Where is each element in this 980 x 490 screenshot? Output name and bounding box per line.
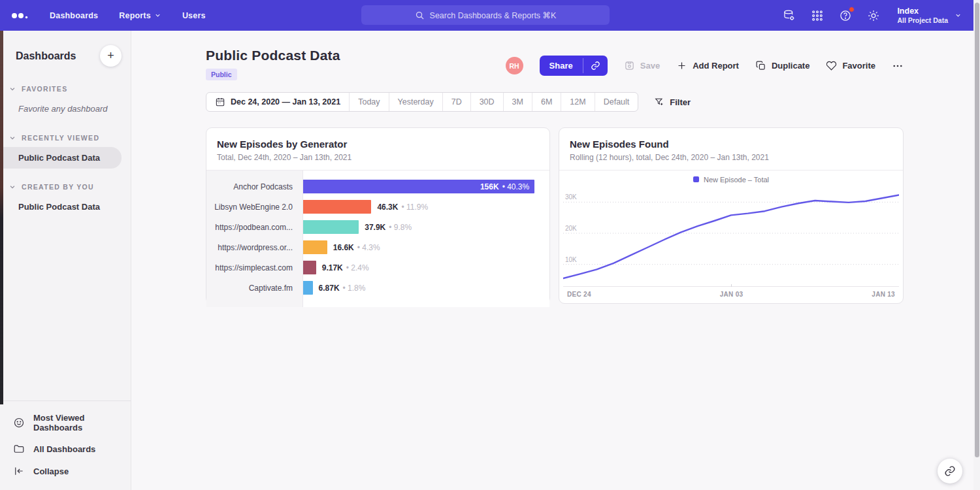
preset-yesterday[interactable]: Yesterday bbox=[389, 93, 443, 111]
sidebar-item[interactable]: Public Podcast Data bbox=[0, 196, 131, 218]
duplicate-button[interactable]: Duplicate bbox=[755, 60, 810, 71]
bar-track: 156K• 40.3% bbox=[302, 180, 544, 193]
preset-today[interactable]: Today bbox=[350, 93, 389, 111]
nav-item-dashboards[interactable]: Dashboards bbox=[42, 6, 106, 25]
bar[interactable] bbox=[302, 261, 316, 274]
preset-6m[interactable]: 6M bbox=[532, 93, 561, 111]
sidebar-item[interactable]: Favorite any dashboard bbox=[0, 98, 131, 120]
scrollbar-thumb[interactable] bbox=[975, 3, 979, 457]
preset-3m[interactable]: 3M bbox=[504, 93, 532, 111]
bar-value-label: 6.87K• 1.8% bbox=[319, 281, 366, 295]
visibility-badge: Public bbox=[206, 69, 237, 80]
bar-chart: Anchor Podcasts156K• 40.3%Libsyn WebEngi… bbox=[206, 171, 549, 307]
bar-row: Libsyn WebEngine 2.046.3K• 11.9% bbox=[206, 197, 549, 217]
sidebar-section: CREATED BY YOUPublic Podcast Data bbox=[0, 178, 131, 218]
preset-7d[interactable]: 7D bbox=[443, 93, 471, 111]
footer-label: Most Viewed Dashboards bbox=[33, 413, 122, 433]
bar-track: 6.87K• 1.8% bbox=[302, 281, 544, 295]
chevron-down-icon bbox=[9, 184, 16, 190]
project-subtitle: All Project Data bbox=[897, 16, 948, 24]
header-actions: RH Share bbox=[506, 56, 904, 76]
line-series[interactable] bbox=[563, 195, 899, 279]
bar-category-label: Captivate.fm bbox=[206, 284, 302, 293]
bar[interactable] bbox=[302, 281, 313, 295]
date-presets: TodayYesterday7D30D3M6M12MDefault bbox=[350, 93, 638, 111]
bar-track: 9.17K• 2.4% bbox=[302, 261, 544, 274]
floating-share-link-button[interactable] bbox=[938, 459, 962, 483]
section-header[interactable]: CREATED BY YOU bbox=[0, 178, 131, 196]
search-input[interactable]: Search Dashboards & Reports ⌘K bbox=[361, 5, 610, 25]
project-switcher[interactable]: Index All Project Data bbox=[897, 7, 962, 25]
bar-row: https://podbean.com...37.9K• 9.8% bbox=[206, 217, 549, 237]
y-tick-label: 20K bbox=[565, 225, 577, 232]
plus-icon bbox=[676, 60, 687, 71]
favorite-button[interactable]: Favorite bbox=[826, 60, 875, 71]
preset-default[interactable]: Default bbox=[595, 93, 638, 111]
sidebar-section: FAVORITESFavorite any dashboard bbox=[0, 80, 131, 120]
amplitude-logo-icon[interactable] bbox=[10, 10, 30, 21]
collapse-icon bbox=[13, 465, 25, 477]
bar-row: https://wordpress.or...16.6K• 4.3% bbox=[206, 237, 549, 257]
share-button[interactable]: Share bbox=[540, 56, 583, 76]
footer-collapse[interactable]: Collapse bbox=[0, 460, 131, 482]
sidebar-footer: Most Viewed DashboardsAll DashboardsColl… bbox=[0, 400, 131, 490]
settings-gear-icon[interactable] bbox=[866, 8, 880, 22]
line-chart-title: New Episodes Found bbox=[570, 139, 892, 150]
section-header[interactable]: FAVORITES bbox=[0, 80, 131, 98]
chevron-down-icon bbox=[955, 12, 962, 19]
section-label: FAVORITES bbox=[22, 85, 67, 93]
bar[interactable] bbox=[302, 200, 371, 214]
date-range-button[interactable]: Dec 24, 2020 — Jan 13, 2021 bbox=[206, 93, 350, 111]
more-options-button[interactable] bbox=[892, 60, 904, 72]
bar[interactable] bbox=[302, 220, 359, 234]
filter-funnel-icon bbox=[654, 97, 664, 107]
share-button-group: Share bbox=[540, 56, 608, 76]
x-tick-label: DEC 24 bbox=[567, 291, 591, 298]
apps-grid-icon[interactable] bbox=[810, 8, 824, 22]
folder-icon bbox=[13, 443, 25, 455]
bar[interactable] bbox=[302, 240, 327, 254]
bar[interactable]: 156K• 40.3% bbox=[302, 180, 534, 193]
date-range-control: Dec 24, 2020 — Jan 13, 2021 TodayYesterd… bbox=[206, 92, 638, 112]
sidebar-item[interactable]: Public Podcast Data bbox=[0, 147, 122, 169]
footer-label: All Dashboards bbox=[33, 444, 95, 454]
bar-row: Anchor Podcasts156K• 40.3% bbox=[206, 176, 549, 197]
nav-item-users[interactable]: Users bbox=[174, 6, 214, 25]
page-title: Public Podcast Data bbox=[206, 48, 340, 63]
chart-legend: New Episode – Total bbox=[559, 171, 903, 188]
page-scrollbar bbox=[973, 0, 980, 490]
bar-value-label: 16.6K• 4.3% bbox=[333, 240, 380, 254]
add-dashboard-button[interactable]: + bbox=[100, 45, 122, 67]
nav-item-label: Dashboards bbox=[50, 11, 98, 20]
bar-category-label: Libsyn WebEngine 2.0 bbox=[206, 203, 302, 212]
filter-button[interactable]: Filter bbox=[654, 97, 691, 107]
y-tick-label: 10K bbox=[565, 256, 577, 263]
x-tick-label: JAN 03 bbox=[720, 291, 743, 298]
section-label: RECENTLY VIEWED bbox=[22, 134, 99, 142]
bar-track: 46.3K• 11.9% bbox=[302, 200, 544, 214]
link-icon bbox=[591, 61, 600, 71]
bar-chart-title: New Episodes by Generator bbox=[217, 139, 539, 150]
nav-item-label: Reports bbox=[119, 11, 151, 20]
preset-30d[interactable]: 30D bbox=[471, 93, 504, 111]
x-tick-label: JAN 13 bbox=[872, 291, 895, 298]
save-button[interactable]: Save bbox=[624, 60, 660, 71]
footer-all-dashboards[interactable]: All Dashboards bbox=[0, 438, 131, 460]
page-heading: Public Podcast Data Public bbox=[206, 48, 340, 80]
bar-category-label: https://podbean.com... bbox=[206, 223, 302, 232]
nav-item-reports[interactable]: Reports bbox=[111, 6, 169, 25]
preset-12m[interactable]: 12M bbox=[561, 93, 595, 111]
section-header[interactable]: RECENTLY VIEWED bbox=[0, 129, 131, 147]
bar-row: Captivate.fm6.87K• 1.8% bbox=[206, 278, 549, 298]
add-report-button[interactable]: Add Report bbox=[676, 60, 739, 71]
app-window: DashboardsReportsUsers Search Dashboards… bbox=[0, 0, 980, 490]
data-sources-icon[interactable] bbox=[782, 8, 796, 22]
avatar[interactable]: RH bbox=[506, 57, 523, 74]
bar-value-label: 37.9K• 9.8% bbox=[365, 220, 412, 234]
help-icon[interactable] bbox=[838, 8, 852, 22]
legend-label: New Episode – Total bbox=[704, 176, 769, 184]
line-chart-subtitle: Rolling (12 hours), total, Dec 24th, 202… bbox=[570, 153, 892, 162]
share-link-button[interactable] bbox=[583, 56, 608, 76]
bar-value-label: 156K• 40.3% bbox=[480, 180, 529, 193]
footer-most-viewed-dashboards[interactable]: Most Viewed Dashboards bbox=[0, 408, 131, 438]
